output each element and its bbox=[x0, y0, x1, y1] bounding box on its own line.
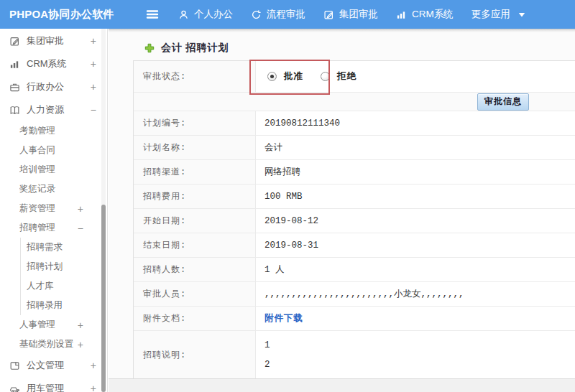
edit-square-icon bbox=[9, 36, 20, 47]
field-label: 计划编号: bbox=[134, 111, 256, 135]
sidebar-item-label: 行政办公 bbox=[27, 80, 91, 93]
approve-radio-label: 批准 bbox=[284, 70, 303, 83]
field-row-plan-name: 计划名称: 会计 bbox=[134, 136, 575, 160]
bar-chart-icon bbox=[9, 59, 20, 70]
sidebar-item-human-resources[interactable]: 人力资源 − bbox=[0, 98, 107, 121]
field-value: 2019-08-12 bbox=[256, 209, 575, 233]
field-label: 招聘渠道: bbox=[134, 160, 256, 184]
approval-info-button[interactable]: 审批信息 bbox=[477, 93, 529, 111]
sidebar-item-talent-pool[interactable]: 人才库 bbox=[21, 276, 107, 296]
sidebar-item-recruitment[interactable]: 招聘管理 − bbox=[19, 218, 107, 238]
nav-more-apps[interactable]: 更多应用 bbox=[472, 8, 525, 21]
field-row-plan-number: 计划编号: 20190812111340 bbox=[134, 111, 575, 136]
description-line: 1 bbox=[264, 340, 270, 350]
attachment-download-link[interactable]: 附件下载 bbox=[264, 312, 303, 325]
topbar: PHPOA协同办公软件 个人办公 流程审批 集团审批 CRM系统 bbox=[0, 0, 575, 29]
briefcase-icon bbox=[9, 82, 20, 93]
expand-toggle[interactable]: + bbox=[91, 360, 96, 370]
approval-status-value: 批准 拒绝 bbox=[256, 61, 575, 92]
bar-chart-icon bbox=[396, 9, 407, 20]
field-row-attachment: 附件文档: 附件下载 bbox=[134, 307, 575, 331]
car-icon bbox=[9, 383, 20, 392]
sidebar-item-label: CRM系统 bbox=[27, 57, 91, 70]
expand-toggle[interactable]: + bbox=[91, 59, 96, 69]
sidebar-item-attendance[interactable]: 考勤管理 bbox=[19, 121, 107, 141]
field-label: 计划名称: bbox=[134, 136, 256, 159]
field-row-end-date: 结束日期: 2019-08-31 bbox=[134, 233, 575, 258]
sidebar-item-personnel[interactable]: 人事管理 + bbox=[19, 315, 107, 335]
nav-label: CRM系统 bbox=[412, 8, 454, 21]
field-label: 审批状态: bbox=[134, 61, 256, 92]
content-top-divider bbox=[109, 29, 575, 32]
sidebar-item-training[interactable]: 培训管理 bbox=[19, 160, 107, 179]
caret-down-icon bbox=[518, 12, 525, 17]
nav-label: 集团审批 bbox=[339, 8, 378, 21]
approval-info-row: 审批信息 bbox=[134, 93, 575, 111]
top-navigation: 个人办公 流程审批 集团审批 CRM系统 更多应用 bbox=[178, 8, 543, 21]
sidebar-item-group-approval[interactable]: 集团审批 + bbox=[0, 29, 107, 52]
sidebar-item-admin-office[interactable]: 行政办公 + bbox=[0, 75, 107, 98]
sidebar-item-recruit-plan[interactable]: 招聘计划 bbox=[21, 257, 107, 276]
field-row-description: 招聘说明: 1 2 bbox=[134, 331, 575, 378]
page-title: 会计 招聘计划 bbox=[144, 42, 575, 55]
field-row-recruit-channel: 招聘渠道: 网络招聘 bbox=[134, 160, 575, 185]
approval-radio-group: 批准 拒绝 bbox=[267, 70, 367, 83]
expand-toggle[interactable]: + bbox=[78, 204, 83, 214]
collapse-toggle[interactable]: − bbox=[91, 105, 96, 115]
field-label: 开始日期: bbox=[134, 209, 256, 233]
approve-radio[interactable] bbox=[267, 72, 277, 81]
field-row-headcount: 招聘人数: 1 人 bbox=[134, 258, 575, 282]
field-value: 网络招聘 bbox=[256, 160, 575, 184]
nav-label: 流程审批 bbox=[267, 8, 305, 21]
reject-radio[interactable] bbox=[321, 72, 330, 81]
expand-toggle[interactable]: + bbox=[91, 36, 96, 46]
hamburger-icon[interactable] bbox=[145, 9, 160, 20]
hr-submenu: 考勤管理 人事合同 培训管理 奖惩记录 薪资管理 + 招聘管理 − 招聘需求 招… bbox=[0, 121, 107, 354]
expand-toggle[interactable]: + bbox=[91, 82, 96, 92]
nav-personal-office[interactable]: 个人办公 bbox=[178, 8, 233, 21]
sidebar-item-salary[interactable]: 薪资管理 + bbox=[19, 199, 107, 218]
nav-group-approval[interactable]: 集团审批 bbox=[323, 8, 378, 21]
field-label: 审批人员: bbox=[134, 282, 256, 306]
book-icon bbox=[9, 105, 20, 116]
nav-label: 更多应用 bbox=[472, 8, 510, 21]
field-row-approvers: 审批人员: ,,,,,,,,,,,,,,,,,,,,,,,,小龙女,,,,,,,… bbox=[134, 282, 575, 307]
expand-toggle[interactable]: + bbox=[91, 383, 96, 392]
user-icon bbox=[178, 9, 189, 20]
sidebar-item-rewards[interactable]: 奖惩记录 bbox=[19, 179, 107, 199]
expand-toggle[interactable]: + bbox=[78, 340, 83, 350]
reject-radio-label: 拒绝 bbox=[337, 70, 356, 83]
sidebar-item-recruit-demand[interactable]: 招聘需求 bbox=[21, 238, 107, 257]
expand-toggle[interactable]: + bbox=[78, 320, 83, 330]
field-value: 会计 bbox=[256, 136, 575, 159]
field-value: 20190812111340 bbox=[256, 111, 575, 135]
field-label: 招聘人数: bbox=[134, 258, 256, 281]
collapse-toggle[interactable]: − bbox=[78, 223, 83, 233]
sidebar-item-label: 集团审批 bbox=[27, 34, 91, 47]
sidebar-item-crm[interactable]: CRM系统 + bbox=[0, 52, 107, 75]
nav-process-approval[interactable]: 流程审批 bbox=[251, 8, 305, 21]
main-content: 会计 招聘计划 审批状态: 批准 拒绝 审批信息 计划编号: 201908121… bbox=[109, 29, 575, 392]
nav-crm-system[interactable]: CRM系统 bbox=[396, 8, 454, 21]
field-value: 附件下载 bbox=[256, 307, 575, 330]
sidebar-item-hr-contract[interactable]: 人事合同 bbox=[19, 141, 107, 160]
sidebar-item-vehicle[interactable]: 用车管理 + bbox=[0, 377, 107, 392]
sidebar-item-recruit-hire[interactable]: 招聘录用 bbox=[21, 296, 107, 315]
recruit-plan-detail-table: 审批状态: 批准 拒绝 审批信息 计划编号: 20190812111340 计划… bbox=[133, 60, 575, 379]
field-value: 2019-08-31 bbox=[256, 233, 575, 257]
field-label: 结束日期: bbox=[134, 233, 256, 257]
sidebar-item-label: 公文管理 bbox=[27, 359, 91, 372]
nav-label: 个人办公 bbox=[194, 8, 233, 21]
content-footer-strip bbox=[109, 378, 575, 392]
field-value: 100 RMB bbox=[256, 185, 575, 208]
sidebar-item-label: 用车管理 bbox=[27, 382, 91, 392]
sidebar-item-documents[interactable]: 公文管理 + bbox=[0, 354, 107, 377]
field-value: ,,,,,,,,,,,,,,,,,,,,,,,,小龙女,,,,,,,, bbox=[256, 282, 575, 306]
field-row-recruit-cost: 招聘费用: 100 RMB bbox=[134, 185, 575, 209]
history-icon bbox=[251, 9, 262, 20]
sidebar-scrollbar-thumb[interactable] bbox=[101, 205, 106, 392]
sidebar-item-base-categories[interactable]: 基础类别设置 + bbox=[19, 335, 107, 354]
recruitment-submenu: 招聘需求 招聘计划 人才库 招聘录用 bbox=[20, 238, 107, 315]
field-label: 招聘费用: bbox=[134, 185, 256, 208]
field-value: 1 人 bbox=[256, 258, 575, 281]
